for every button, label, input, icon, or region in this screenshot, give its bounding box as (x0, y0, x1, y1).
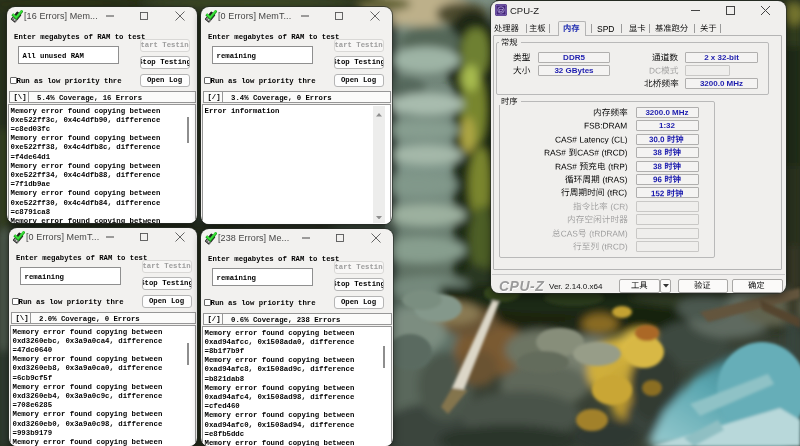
svg-text:cz: cz (498, 8, 503, 13)
